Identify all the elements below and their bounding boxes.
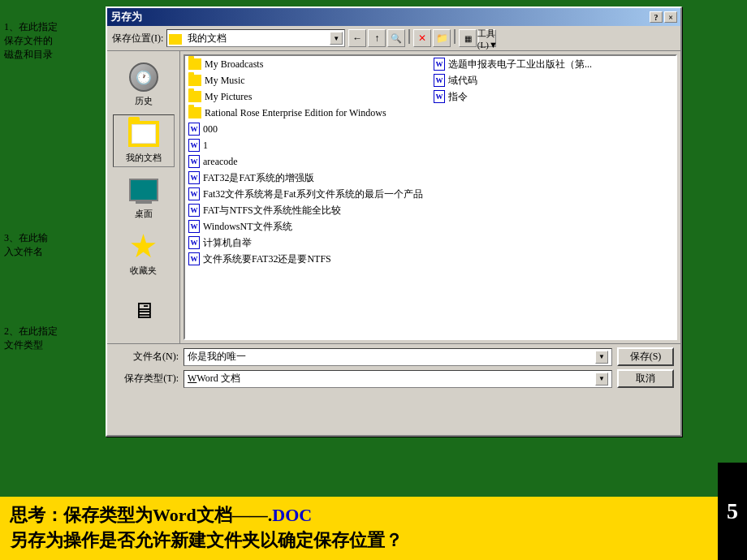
mydocs-icon <box>127 118 160 150</box>
filetype-label: 保存类型(T): <box>114 372 179 386</box>
main-content: 🕐 历史 我的文档 <box>107 51 680 343</box>
help-button[interactable]: ? <box>650 11 663 23</box>
favorites-icon <box>127 230 160 263</box>
banner-line-2: 另存为操作是否允许新建文件夹以确定保存位置？ <box>10 528 721 554</box>
page-number: 5 <box>718 463 747 560</box>
folder-icon <box>188 91 201 102</box>
view-button[interactable]: ▦ <box>459 29 477 47</box>
filename-dropdown-arrow[interactable]: ▼ <box>595 351 608 364</box>
file-item-rationalrose[interactable]: Rational Rose Enterprise Edition for Win… <box>185 105 430 121</box>
file-item-mypictures[interactable]: My Pictures <box>185 88 430 105</box>
file-item-zhiling[interactable]: 指令 <box>430 88 676 105</box>
cancel-button[interactable]: 取消 <box>617 369 674 388</box>
nav-label-desktop: 桌面 <box>135 208 153 220</box>
file-item-mymusic[interactable]: My Music <box>185 72 430 88</box>
doc-icon <box>188 204 200 217</box>
doc-icon <box>188 155 200 168</box>
back-button[interactable]: ← <box>348 29 366 47</box>
file-item-areacode[interactable]: areacode <box>185 153 430 170</box>
title-bar-buttons: ? × <box>650 11 677 23</box>
banner-line-1: 思考：保存类型为Word文档——.DOC <box>10 503 721 528</box>
save-button[interactable]: 保存(S) <box>617 347 674 366</box>
toolbar-row: 保存位置(I): 我的文档 ▼ ← ↑ 🔍 ✕ 📁 ▦ 工具(L)▼ <box>107 26 680 51</box>
nav-item-desktop[interactable]: 桌面 <box>113 170 175 224</box>
left-annotations: 1、在此指定 保存文件的 磁盘和目录 3、在此输 入文件名 2、在此指定 文件类… <box>0 8 106 414</box>
history-icon: 🕐 <box>127 61 160 93</box>
file-list-grid: My Broadcasts My Music My Pictures <box>185 56 676 267</box>
slide-container: 1、在此指定 保存文件的 磁盘和目录 3、在此输 入文件名 2、在此指定 文件类… <box>0 0 747 560</box>
title-bar: 另存为 ? × <box>107 8 680 26</box>
annotation-2: 2、在此指定 文件类型 <box>4 325 77 352</box>
filename-label: 文件名(N): <box>114 350 179 364</box>
doc-icon <box>188 220 200 233</box>
new-folder-button[interactable]: 📁 <box>433 29 451 47</box>
annotation-1: 1、在此指定 保存文件的 磁盘和目录 <box>4 20 77 61</box>
doc-icon <box>188 252 200 265</box>
bottom-banner: 思考：保存类型为Word文档——.DOC 另存为操作是否允许新建文件夹以确定保存… <box>0 497 731 560</box>
doc-icon <box>188 187 200 200</box>
folder-icon <box>188 58 201 70</box>
filename-input[interactable]: 你是我的唯一 ▼ <box>184 348 612 366</box>
file-list-inner[interactable]: My Broadcasts My Music My Pictures <box>185 56 676 338</box>
nav-item-history[interactable]: 🕐 历史 <box>113 58 175 111</box>
folder-icon-small <box>169 34 182 45</box>
horizontal-scrollbar[interactable]: ◄ ► <box>185 338 676 340</box>
toolbar-separator <box>408 29 410 44</box>
location-dropdown-arrow[interactable]: ▼ <box>330 32 343 45</box>
nav-item-mydocs[interactable]: 我的文档 <box>113 114 175 168</box>
file-item-xuanti[interactable]: 选题申报表电子工业出版社（第... <box>430 56 676 72</box>
annotation-3: 3、在此输 入文件名 <box>4 231 77 259</box>
nav-label-history: 历史 <box>135 95 153 107</box>
search-button[interactable]: 🔍 <box>387 29 405 47</box>
close-button[interactable]: × <box>664 11 677 23</box>
file-item-fatntfs[interactable]: FAT与NTFS文件系统性能全比较 <box>185 202 430 218</box>
folder-icon <box>188 75 201 86</box>
file-list-wrapper: My Broadcasts My Music My Pictures <box>184 54 677 340</box>
nav-label-favorites: 收藏夹 <box>130 265 157 277</box>
doc-icon <box>434 90 445 103</box>
file-item-windowsnt[interactable]: WindowsNT文件系统 <box>185 218 430 235</box>
file-item-filesystem[interactable]: 文件系统要FAT32还是要NTFS <box>185 251 430 267</box>
doc-icon <box>188 123 200 136</box>
delete-button[interactable]: ✕ <box>413 29 431 47</box>
file-item-computer[interactable]: 计算机自举 <box>185 235 430 251</box>
nav-panel: 🕐 历史 我的文档 <box>107 51 180 343</box>
save-location-dropdown[interactable]: 我的文档 ▼ <box>166 29 345 47</box>
filetype-value: WWord 文档 <box>188 372 240 386</box>
file-item-000[interactable]: 000 <box>185 121 430 137</box>
doc-icon <box>188 171 200 184</box>
current-folder-text: 我的文档 <box>188 32 227 45</box>
file-item-mybroadcasts[interactable]: My Broadcasts <box>185 56 430 72</box>
file-item-1[interactable]: 1 <box>185 137 430 153</box>
file-item-yudaima[interactable]: 域代码 <box>430 72 676 88</box>
desktop-icon <box>127 174 160 206</box>
filetype-input[interactable]: WWord 文档 ▼ <box>184 370 612 388</box>
folder-icon <box>188 107 201 118</box>
save-location-label: 保存位置(I): <box>112 32 163 45</box>
doc-icon <box>188 139 200 152</box>
up-button[interactable]: ↑ <box>368 29 386 47</box>
network-icon: 🖥 <box>127 294 160 326</box>
bottom-area: 文件名(N): 你是我的唯一 ▼ 保存(S) 保存类型(T): WWord 文档… <box>107 343 680 394</box>
doc-icon <box>434 74 445 87</box>
filename-row: 文件名(N): 你是我的唯一 ▼ 保存(S) <box>114 347 674 366</box>
doc-icon <box>434 58 445 71</box>
toolbar-separator-2 <box>454 29 456 44</box>
save-as-dialog: 另存为 ? × 保存位置(I): 我的文档 ▼ ← ↑ 🔍 ✕ <box>106 6 682 437</box>
file-item-fat32enhanced[interactable]: FAT32是FAT系统的增强版 <box>185 170 430 186</box>
filetype-dropdown-arrow[interactable]: ▼ <box>595 373 608 386</box>
nav-label-mydocs: 我的文档 <box>126 152 162 164</box>
scroll-right-btn[interactable]: ► <box>663 340 674 341</box>
file-item-fat32last[interactable]: Fat32文件系统将是Fat系列文件系统的最后一个产品 <box>185 186 430 202</box>
toolbar-icon-buttons: ← ↑ 🔍 ✕ 📁 ▦ 工具(L)▼ <box>348 29 496 47</box>
nav-item-network[interactable]: 🖥 <box>113 283 175 337</box>
dialog-title: 另存为 <box>110 10 142 24</box>
doc-icon <box>188 236 200 249</box>
tools-button[interactable]: 工具(L)▼ <box>478 29 496 47</box>
filename-value: 你是我的唯一 <box>188 350 246 364</box>
nav-item-favorites[interactable]: 收藏夹 <box>113 227 175 281</box>
scroll-left-btn[interactable]: ◄ <box>187 340 198 341</box>
filetype-row: 保存类型(T): WWord 文档 ▼ 取消 <box>114 369 674 388</box>
